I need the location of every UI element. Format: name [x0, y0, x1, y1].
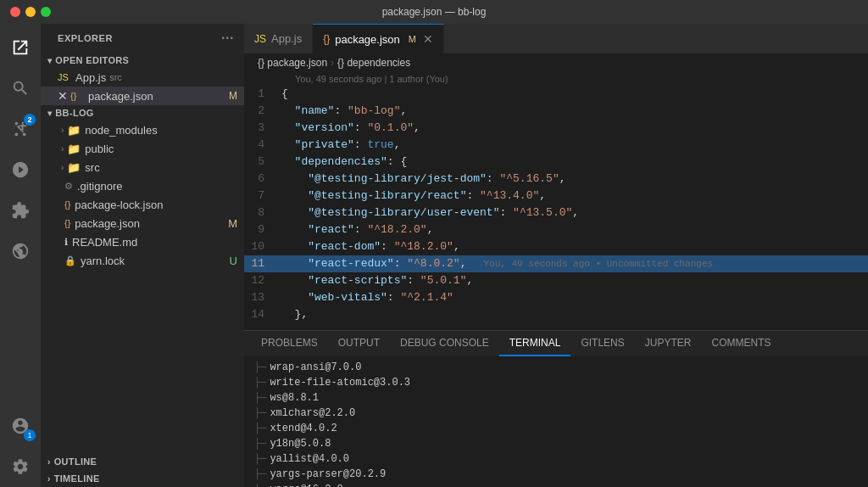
bb-log-section[interactable]: ▾ BB-LOG — [41, 105, 244, 120]
readme-file[interactable]: ℹ README.md — [41, 232, 244, 251]
package-lock-file[interactable]: {} package-lock.json — [41, 195, 244, 214]
package-json-tree-item[interactable]: {} package.json M — [41, 214, 244, 232]
account-icon[interactable]: 1 — [0, 406, 41, 446]
tab-problems[interactable]: PROBLEMS — [251, 331, 328, 356]
code-line-4: 4 "private": true, — [244, 137, 868, 154]
open-editors-section[interactable]: ▾ OPEN EDITORS — [41, 53, 244, 68]
code-line-3: 3 "version": "0.1.0", — [244, 120, 868, 137]
tab-packagejson[interactable]: {} package.json M ✕ — [313, 24, 444, 53]
titlebar: package.json — bb-log — [0, 0, 868, 24]
remote-icon[interactable] — [0, 231, 41, 271]
minimize-button[interactable] — [25, 7, 36, 17]
terminal-line: ├─xtend@4.0.2 — [254, 421, 858, 436]
panel-tab-bar: PROBLEMS OUTPUT DEBUG CONSOLE TERMINAL G… — [244, 331, 868, 356]
code-line-5: 5 "dependencies": { — [244, 154, 868, 171]
activity-bar-bottom: 1 — [0, 406, 41, 487]
code-line-8: 8 "@testing-library/user-event": "^13.5.… — [244, 204, 868, 221]
main-layout: 2 1 EXPLORER ··· ▾ OPEN E — [0, 24, 868, 487]
code-line-9: 9 "react": "^18.2.0", — [244, 221, 868, 238]
code-line-1: 1 { — [244, 86, 868, 103]
search-icon[interactable] — [0, 68, 41, 109]
settings-icon[interactable] — [0, 446, 41, 487]
tab-comments[interactable]: COMMENTS — [701, 331, 781, 356]
terminal-line: ├─wrap-ansi@7.0.0 — [254, 360, 858, 375]
terminal-line: ├─yargs@16.2.0 — [254, 482, 858, 487]
timeline-section[interactable]: › TIMELINE — [41, 470, 244, 487]
terminal-line: ├─yallist@4.0.0 — [254, 451, 858, 467]
outline-section[interactable]: › OUTLINE — [41, 453, 244, 470]
code-line-10: 10 "react-dom": "^18.2.0", — [244, 238, 868, 255]
code-line-6: 6 "@testing-library/jest-dom": "^5.16.5"… — [244, 171, 868, 188]
sidebar: EXPLORER ··· ▾ OPEN EDITORS JS App.js sr… — [41, 24, 244, 487]
explorer-header: EXPLORER ··· — [41, 24, 244, 53]
open-editor-packagejson[interactable]: ✕ {} package.json M — [41, 87, 244, 105]
activity-bar: 2 1 — [0, 24, 41, 487]
code-line-13: 13 "web-vitals": "^2.1.4" — [244, 289, 868, 306]
code-line-11: 11 "react-redux": "^8.0.2",You, 49 secon… — [244, 255, 868, 272]
tab-output[interactable]: OUTPUT — [328, 331, 390, 356]
explorer-more-button[interactable]: ··· — [221, 31, 234, 46]
tab-appjs[interactable]: JS App.js — [244, 24, 313, 53]
code-line-7: 7 "@testing-library/react": "^13.4.0", — [244, 188, 868, 204]
terminal-panel: PROBLEMS OUTPUT DEBUG CONSOLE TERMINAL G… — [244, 330, 868, 487]
tab-gitlens[interactable]: GITLENS — [570, 331, 634, 356]
run-debug-icon[interactable] — [0, 149, 41, 190]
editor-area: JS App.js {} package.json M ✕ {} package… — [244, 24, 868, 487]
terminal-line: ├─y18n@5.0.8 — [254, 436, 858, 451]
terminal-content[interactable]: ├─wrap-ansi@7.0.0 ├─write-file-atomic@3.… — [244, 356, 868, 487]
tab-bar: JS App.js {} package.json M ✕ — [244, 24, 868, 53]
account-badge: 1 — [24, 429, 36, 441]
terminal-line: ├─yargs-parser@20.2.9 — [254, 467, 858, 482]
src-folder[interactable]: › 📁 src — [41, 158, 244, 176]
sidebar-bottom: › OUTLINE › TIMELINE — [41, 453, 244, 487]
maximize-button[interactable] — [41, 7, 51, 17]
source-control-icon[interactable]: 2 — [0, 109, 41, 149]
tab-terminal[interactable]: TERMINAL — [499, 331, 571, 356]
terminal-line: ├─xmlchars@2.2.0 — [254, 406, 858, 421]
tab-close-button[interactable]: ✕ — [423, 32, 433, 46]
code-line-12: 12 "react-scripts": "5.0.1", — [244, 272, 868, 289]
code-line-14: 14 }, — [244, 306, 868, 323]
extensions-icon[interactable] — [0, 190, 41, 231]
yarn-lock-file[interactable]: 🔒 yarn.lock U — [41, 251, 244, 270]
code-line-2: 2 "name": "bb-log", — [244, 103, 868, 120]
close-button[interactable] — [10, 7, 20, 17]
terminal-line: ├─write-file-atomic@3.0.3 — [254, 375, 858, 390]
terminal-line: ├─ws@8.8.1 — [254, 390, 858, 406]
node-modules-folder[interactable]: › 📁 node_modules — [41, 120, 244, 139]
open-editor-appjs[interactable]: JS App.js src — [41, 68, 244, 87]
source-control-badge: 2 — [24, 114, 36, 126]
tab-debug-console[interactable]: DEBUG CONSOLE — [390, 331, 499, 356]
breadcrumb: {} package.json › {} dependencies — [244, 53, 868, 72]
code-editor[interactable]: 1 { 2 "name": "bb-log", 3 "version": "0.… — [244, 86, 868, 330]
window-title: package.json — bb-log — [382, 6, 487, 18]
blame-info: You, 49 seconds ago | 1 author (You) — [244, 72, 868, 86]
explorer-icon[interactable] — [0, 27, 41, 68]
public-folder[interactable]: › 📁 public — [41, 139, 244, 158]
gitignore-file[interactable]: ⚙ .gitignore — [41, 176, 244, 195]
tab-jupyter[interactable]: JUPYTER — [635, 331, 702, 356]
window-controls — [10, 7, 51, 17]
